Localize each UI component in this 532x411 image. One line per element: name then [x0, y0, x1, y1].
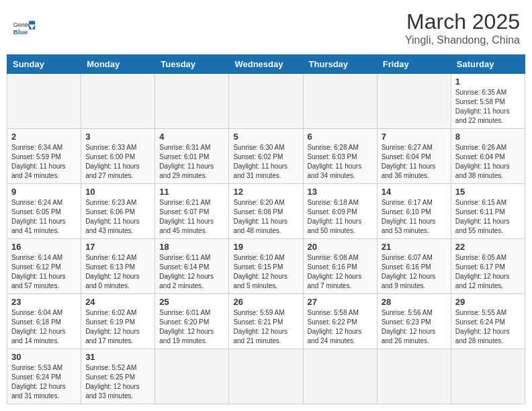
- calendar-day-cell: 24Sunrise: 6:02 AM Sunset: 6:19 PM Dayli…: [81, 294, 155, 349]
- calendar-day-cell: 31Sunrise: 5:52 AM Sunset: 6:25 PM Dayli…: [81, 349, 155, 404]
- calendar-day-cell: 7Sunrise: 6:27 AM Sunset: 6:04 PM Daylig…: [377, 129, 451, 184]
- calendar-day-cell: 29Sunrise: 5:55 AM Sunset: 6:24 PM Dayli…: [451, 294, 525, 349]
- calendar-day-cell: [81, 74, 155, 129]
- day-number: 9: [11, 187, 77, 197]
- month-title: March 2025: [405, 9, 520, 34]
- day-info: Sunrise: 6:30 AM Sunset: 6:02 PM Dayligh…: [233, 143, 298, 181]
- calendar-table: SundayMondayTuesdayWednesdayThursdayFrid…: [7, 54, 525, 404]
- day-info: Sunrise: 6:14 AM Sunset: 6:12 PM Dayligh…: [11, 253, 77, 291]
- day-info: Sunrise: 6:11 AM Sunset: 6:14 PM Dayligh…: [159, 253, 224, 291]
- day-number: 24: [85, 297, 150, 307]
- day-of-week-header: Saturday: [451, 55, 525, 74]
- day-number: 7: [382, 132, 447, 142]
- svg-text:Blue: Blue: [13, 28, 28, 36]
- calendar-week-row: 2Sunrise: 6:34 AM Sunset: 5:59 PM Daylig…: [7, 129, 525, 184]
- day-info: Sunrise: 6:34 AM Sunset: 5:59 PM Dayligh…: [11, 143, 77, 181]
- day-info: Sunrise: 6:12 AM Sunset: 6:13 PM Dayligh…: [85, 253, 150, 291]
- day-info: Sunrise: 6:17 AM Sunset: 6:10 PM Dayligh…: [382, 198, 447, 236]
- day-number: 2: [11, 132, 77, 142]
- day-number: 19: [233, 242, 298, 252]
- calendar-day-cell: 12Sunrise: 6:20 AM Sunset: 6:08 PM Dayli…: [229, 184, 303, 239]
- calendar-day-cell: 17Sunrise: 6:12 AM Sunset: 6:13 PM Dayli…: [81, 239, 155, 294]
- day-info: Sunrise: 5:59 AM Sunset: 6:21 PM Dayligh…: [233, 308, 298, 346]
- calendar-day-cell: 9Sunrise: 6:24 AM Sunset: 6:05 PM Daylig…: [7, 184, 81, 239]
- calendar-day-cell: [303, 349, 377, 404]
- calendar-week-row: 1Sunrise: 6:35 AM Sunset: 5:58 PM Daylig…: [7, 74, 525, 129]
- calendar-day-cell: [155, 74, 229, 129]
- day-info: Sunrise: 6:08 AM Sunset: 6:16 PM Dayligh…: [308, 253, 373, 291]
- day-info: Sunrise: 6:35 AM Sunset: 5:58 PM Dayligh…: [455, 88, 521, 126]
- logo: General Blue: [12, 16, 36, 40]
- calendar-day-cell: 26Sunrise: 5:59 AM Sunset: 6:21 PM Dayli…: [229, 294, 303, 349]
- day-number: 3: [85, 132, 150, 142]
- day-info: Sunrise: 5:53 AM Sunset: 6:24 PM Dayligh…: [11, 363, 77, 401]
- calendar-day-cell: 21Sunrise: 6:07 AM Sunset: 6:16 PM Dayli…: [377, 239, 451, 294]
- day-info: Sunrise: 6:24 AM Sunset: 6:05 PM Dayligh…: [11, 198, 77, 236]
- calendar-day-cell: 6Sunrise: 6:28 AM Sunset: 6:03 PM Daylig…: [303, 129, 377, 184]
- day-number: 8: [455, 132, 521, 142]
- calendar-day-cell: 20Sunrise: 6:08 AM Sunset: 6:16 PM Dayli…: [303, 239, 377, 294]
- calendar-day-cell: [377, 74, 451, 129]
- day-number: 18: [159, 242, 224, 252]
- day-info: Sunrise: 6:07 AM Sunset: 6:16 PM Dayligh…: [382, 253, 447, 291]
- title-block: March 2025 Yingli, Shandong, China: [405, 9, 520, 46]
- calendar-day-cell: 3Sunrise: 6:33 AM Sunset: 6:00 PM Daylig…: [81, 129, 155, 184]
- day-info: Sunrise: 6:26 AM Sunset: 6:04 PM Dayligh…: [455, 143, 521, 181]
- calendar-day-cell: 23Sunrise: 6:04 AM Sunset: 6:18 PM Dayli…: [7, 294, 81, 349]
- calendar-day-cell: 25Sunrise: 6:01 AM Sunset: 6:20 PM Dayli…: [155, 294, 229, 349]
- day-info: Sunrise: 6:28 AM Sunset: 6:03 PM Dayligh…: [308, 143, 373, 181]
- calendar-day-cell: 4Sunrise: 6:31 AM Sunset: 6:01 PM Daylig…: [155, 129, 229, 184]
- day-number: 4: [159, 132, 224, 142]
- calendar-day-cell: [155, 349, 229, 404]
- day-info: Sunrise: 6:23 AM Sunset: 6:06 PM Dayligh…: [85, 198, 150, 236]
- day-number: 27: [308, 297, 373, 307]
- day-number: 6: [308, 132, 373, 142]
- calendar-week-row: 9Sunrise: 6:24 AM Sunset: 6:05 PM Daylig…: [7, 184, 525, 239]
- calendar-day-cell: 15Sunrise: 6:15 AM Sunset: 6:11 PM Dayli…: [451, 184, 525, 239]
- day-number: 22: [455, 242, 521, 252]
- day-info: Sunrise: 6:33 AM Sunset: 6:00 PM Dayligh…: [85, 143, 150, 181]
- day-number: 10: [85, 187, 150, 197]
- calendar-week-row: 30Sunrise: 5:53 AM Sunset: 6:24 PM Dayli…: [7, 349, 525, 404]
- day-number: 15: [455, 187, 521, 197]
- day-info: Sunrise: 6:15 AM Sunset: 6:11 PM Dayligh…: [455, 198, 521, 236]
- day-number: 13: [308, 187, 373, 197]
- day-info: Sunrise: 5:55 AM Sunset: 6:24 PM Dayligh…: [455, 308, 521, 346]
- calendar-day-cell: 30Sunrise: 5:53 AM Sunset: 6:24 PM Dayli…: [7, 349, 81, 404]
- day-of-week-header: Friday: [377, 55, 451, 74]
- day-number: 1: [455, 77, 521, 87]
- day-of-week-header: Tuesday: [155, 55, 229, 74]
- calendar-week-row: 23Sunrise: 6:04 AM Sunset: 6:18 PM Dayli…: [7, 294, 525, 349]
- day-info: Sunrise: 6:05 AM Sunset: 6:17 PM Dayligh…: [455, 253, 521, 291]
- day-number: 31: [85, 352, 150, 362]
- calendar-day-cell: 27Sunrise: 5:58 AM Sunset: 6:22 PM Dayli…: [303, 294, 377, 349]
- day-info: Sunrise: 5:58 AM Sunset: 6:22 PM Dayligh…: [308, 308, 373, 346]
- calendar-day-cell: 14Sunrise: 6:17 AM Sunset: 6:10 PM Dayli…: [377, 184, 451, 239]
- day-of-week-header: Monday: [81, 55, 155, 74]
- calendar-day-cell: 22Sunrise: 6:05 AM Sunset: 6:17 PM Dayli…: [451, 239, 525, 294]
- day-info: Sunrise: 6:04 AM Sunset: 6:18 PM Dayligh…: [11, 308, 77, 346]
- day-info: Sunrise: 5:56 AM Sunset: 6:23 PM Dayligh…: [382, 308, 447, 346]
- day-number: 25: [159, 297, 224, 307]
- logo-icon: General Blue: [12, 16, 36, 40]
- calendar-day-cell: [451, 349, 525, 404]
- day-number: 14: [382, 187, 447, 197]
- day-number: 16: [11, 242, 77, 252]
- day-info: Sunrise: 6:20 AM Sunset: 6:08 PM Dayligh…: [233, 198, 298, 236]
- day-number: 5: [233, 132, 298, 142]
- day-number: 11: [159, 187, 224, 197]
- day-info: Sunrise: 6:01 AM Sunset: 6:20 PM Dayligh…: [159, 308, 224, 346]
- calendar-day-cell: 8Sunrise: 6:26 AM Sunset: 6:04 PM Daylig…: [451, 129, 525, 184]
- day-number: 17: [85, 242, 150, 252]
- calendar-day-cell: 16Sunrise: 6:14 AM Sunset: 6:12 PM Dayli…: [7, 239, 81, 294]
- day-of-week-header: Thursday: [303, 55, 377, 74]
- calendar-day-cell: [229, 74, 303, 129]
- day-of-week-header: Wednesday: [229, 55, 303, 74]
- day-info: Sunrise: 6:02 AM Sunset: 6:19 PM Dayligh…: [85, 308, 150, 346]
- day-info: Sunrise: 6:21 AM Sunset: 6:07 PM Dayligh…: [159, 198, 224, 236]
- calendar-day-cell: 1Sunrise: 6:35 AM Sunset: 5:58 PM Daylig…: [451, 74, 525, 129]
- day-info: Sunrise: 6:10 AM Sunset: 6:15 PM Dayligh…: [233, 253, 298, 291]
- calendar-day-cell: 11Sunrise: 6:21 AM Sunset: 6:07 PM Dayli…: [155, 184, 229, 239]
- calendar-day-cell: 19Sunrise: 6:10 AM Sunset: 6:15 PM Dayli…: [229, 239, 303, 294]
- calendar-day-cell: 28Sunrise: 5:56 AM Sunset: 6:23 PM Dayli…: [377, 294, 451, 349]
